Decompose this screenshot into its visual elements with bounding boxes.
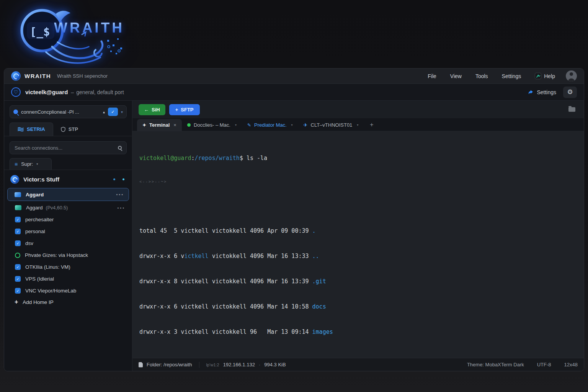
terminal-prompt-line: victokell@guard:/repos/wraith$ ls -la [139,154,577,162]
add-home-ip-button[interactable]: + Add Home IP [4,297,132,311]
menu-tools[interactable]: Tools [475,73,488,79]
statusbar: Folder: /repos/wraith lpʼw1:2 192.166.1.… [132,358,584,371]
search-input[interactable] [15,145,118,151]
app-window: WRAITH Wraith SSH sepenchor File View To… [4,68,584,371]
status-theme: Theme: MobaXTerm Dark [467,362,524,368]
list-item-otkilia[interactable]: ✓ OTKIlia (Linus: VM) [4,261,132,273]
main-panel: ← SiH + SFTP ✦ Terminal × Docclies- – Ma… [132,101,584,371]
star-icon: ✦ [142,122,146,128]
connection-group-header[interactable]: Victor:s Stuff [4,170,132,188]
connection-user-host: victeelk@guard [25,89,68,95]
arrow-left-icon: ← [144,107,149,113]
item-menu-icon[interactable]: ••• [116,192,124,197]
shield-icon [61,127,65,132]
gear-icon: ⚙ [567,88,573,96]
list-item-private-gizes[interactable]: Phvate Gizes: via Hopstack [4,249,132,261]
gear-button[interactable]: ⚙ [563,87,577,98]
tab-stp[interactable]: STP [53,123,86,136]
confirm-button[interactable]: ✓ [108,108,118,116]
tab-clt[interactable]: ✈ CLT–vTHNOIST01 ▾ [298,119,364,131]
sidebar-tabs: SETRIA STP [4,122,132,136]
terminal-output-line: drwxr-x-x 3 victkell victokkell 96 Mar 1… [139,328,577,336]
chevron-down-icon[interactable]: ▾ [121,110,123,114]
tab-setria[interactable]: SETRIA [10,122,53,136]
chevron-up-icon[interactable]: ▴ [103,110,105,114]
user-avatar[interactable] [566,70,577,82]
check-icon: ✓ [111,109,114,114]
terminal-output-line: drwxr-x-x 8 victkell victokkell 4096 Mar… [139,277,577,286]
flag-icon [15,192,21,197]
checkbox-icon: ✓ [15,217,21,222]
sftp-button[interactable]: + SFTP [169,104,200,115]
status-grid: 12x48 [564,362,578,368]
checkbox-icon: ✓ [15,288,21,294]
status-dot [113,178,115,180]
waves-icon [18,127,24,132]
dropdown-label: connenConcplioneal -Pl ... [21,109,100,115]
app-logo-icon [11,71,21,81]
item-menu-icon[interactable]: ••• [117,206,125,210]
plus-icon: + [15,299,18,305]
green-status-dot [187,123,191,127]
search-icon [118,146,122,150]
connection-settings[interactable]: Settings [528,89,556,95]
status-dot [122,178,124,180]
status-folder: Folder: /repos/wraith [147,362,192,368]
list-item-aggard[interactable]: Aggard ••• [7,188,129,201]
list-item-vnc[interactable]: ✓ VNC Viepor/HomeLab [4,285,132,297]
chevron-down-icon[interactable]: ▾ [357,123,358,127]
connection-badge-icon: ♡ [11,87,21,97]
tab-terminal[interactable]: ✦ Terminal × [137,119,182,131]
flag-icon [15,205,21,210]
hamburger-icon: ≡ [15,161,18,167]
status-encoding: UTF-8 [537,362,551,368]
terminal-tabbar: ✦ Terminal × Docclies- – Mac. ▾ ✎ Predia… [132,118,584,131]
pencil-icon: ✎ [247,122,251,128]
checkbox-icon: ✓ [15,240,21,246]
menu-help[interactable]: Help [535,73,555,79]
globe-icon [10,175,19,184]
hero-brand-text: WRAITH [54,20,124,36]
list-item-personal[interactable]: ✓ personal [4,225,132,237]
close-icon[interactable]: × [173,122,176,128]
tab-prediator[interactable]: ✎ Prediator Mac. ▾ [242,119,298,131]
settings-flag-icon [528,90,534,95]
folder-icon[interactable] [568,107,575,112]
status-ip: 192.166.1.132 [223,362,255,368]
session-controls: ← SiH + SFTP [132,101,584,118]
hero-banner: [_$ WRAITH [0,0,588,68]
list-item-perchesalter[interactable]: ✓ perchesalter [4,214,132,225]
ssh-button[interactable]: ← SiH [139,104,165,115]
search-box [10,141,127,154]
terminal-output-line: total 45 5 victkell victokkell 4096 Apr … [139,227,577,235]
plane-icon: ✈ [304,122,308,128]
menu-settings[interactable]: Settings [502,73,521,79]
chevron-down-icon[interactable]: ▾ [235,123,237,127]
list-item-dsv[interactable]: ✓ dsv [4,237,132,249]
status-size: 994.3 KiB [264,362,286,368]
caret-icon: ▾ [36,162,38,166]
help-icon [535,73,541,79]
plus-icon: + [175,107,178,113]
menubar: WRAITH Wraith SSH sepenchor File View To… [4,69,584,84]
status-ip-label: lpʼw1:2 [206,363,219,367]
list-item-aggard-2[interactable]: Aggard (Pv4,60.5) ••• [4,202,132,214]
terminal[interactable]: victokell@guard:/repos/wraith$ ls -la <-… [132,131,584,358]
group-filter-tab[interactable]: ≡ Supr: ▾ [10,158,52,170]
checkbox-icon: ✓ [15,229,21,234]
connection-description: general, default port [76,89,124,95]
new-tab-button[interactable]: + [370,121,373,131]
terminal-separator: <-->>--~> [139,179,577,185]
connection-profile-dropdown[interactable]: connenConcplioneal -Pl ... ▴ ✓ ▾ [10,105,127,118]
connection-list: Aggard ••• Aggard (Pv4,60.5) ••• ✓ perch… [4,188,132,371]
list-item-vps[interactable]: ✓ VPS (Idlerial [4,273,132,285]
chevron-down-icon[interactable]: ▾ [291,123,293,127]
group-tab-row: ≡ Supr: ▾ [4,157,132,170]
checkbox-icon: ✓ [15,276,21,282]
connection-bar: ♡ victeelk@guard – general, default port… [4,84,584,101]
tab-docclies[interactable]: Docclies- – Mac. ▾ [182,119,242,131]
menu-file[interactable]: File [428,73,436,79]
menu-view[interactable]: View [450,73,462,79]
document-icon [139,362,143,368]
terminal-output-line: drwxr-x-x 6 victkell victokkell 4096 Mar… [139,302,577,311]
